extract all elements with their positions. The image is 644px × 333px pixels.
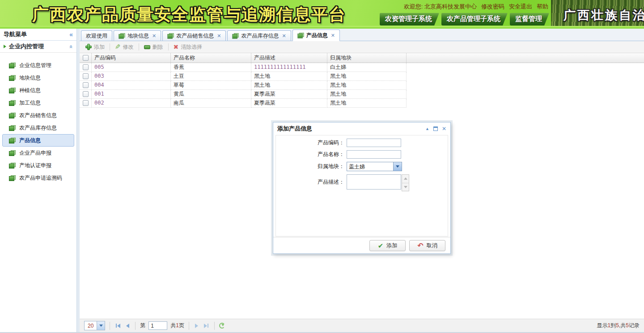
sidebar-item-sales-info[interactable]: 农产品销售信息 — [2, 109, 74, 122]
tab-plot-info[interactable]: 地块信息 — [114, 30, 161, 41]
grid-icon — [9, 163, 16, 169]
platform-title: 广西农产品质量安全监管与追溯信息平台 — [32, 4, 346, 26]
minimize-icon[interactable] — [425, 126, 429, 131]
grid-toolbar: 添加 修改 删除 清除选择 — [80, 41, 644, 53]
dialog-title: 添加产品信息 — [277, 125, 312, 133]
arrow-right-icon — [4, 45, 6, 48]
column-header-plot[interactable]: 归属地块 — [327, 53, 407, 63]
dialog-cancel-button[interactable]: 取消 — [409, 240, 445, 251]
table-row[interactable]: 001 黄瓜 夏季蔬菜 黑土地 — [80, 90, 644, 99]
cell-desc: 夏季蔬菜 — [251, 90, 327, 99]
help-link[interactable]: 帮助 — [537, 3, 548, 11]
sidebar-item-processing-info[interactable]: 加工信息 — [2, 97, 74, 109]
tab-stock-info[interactable]: 农产品库存信息 — [227, 30, 291, 41]
spinner-down-icon[interactable] — [402, 183, 409, 191]
table-row[interactable]: 003 土豆 黑土地 黑土地 — [80, 72, 644, 81]
subsystem-tab-agri-materials[interactable]: 农资管理子系统 — [380, 13, 439, 25]
sidebar-item-plot-info[interactable]: 地块信息 — [2, 72, 74, 84]
row-checkbox[interactable] — [83, 91, 89, 97]
section-collapse-icon[interactable] — [68, 45, 75, 48]
select-all-cell — [80, 53, 92, 63]
remove-icon — [144, 45, 150, 49]
product-name-input[interactable] — [347, 150, 401, 159]
row-checkbox[interactable] — [83, 82, 89, 88]
tab-welcome[interactable]: 欢迎使用 — [81, 30, 112, 41]
close-icon[interactable] — [152, 33, 156, 39]
grid-icon — [9, 175, 16, 181]
row-checkbox[interactable] — [83, 100, 89, 106]
close-icon[interactable] — [282, 33, 286, 39]
cell-desc: 1111111111111111 — [251, 63, 327, 72]
accordion-section-header[interactable]: 企业内控管理 — [0, 41, 76, 53]
subsystem-tab-agri-products[interactable]: 农产品管理子系统 — [441, 13, 508, 25]
table-row[interactable]: 002 南瓜 夏季蔬菜 黑土地 — [80, 99, 644, 108]
logout-link[interactable]: 安全退出 — [509, 3, 532, 11]
dialog-add-button[interactable]: 添加 — [369, 240, 406, 251]
cell-plot: 白土娣 — [327, 63, 407, 72]
edit-button[interactable]: 修改 — [112, 42, 137, 52]
dialog-header[interactable]: 添加产品信息 — [273, 122, 450, 135]
cell-plot: 黑土地 — [327, 81, 407, 90]
sidebar-item-planting-info[interactable]: 种植信息 — [2, 84, 74, 97]
toolbar-separator — [139, 43, 139, 51]
chevron-down-icon[interactable] — [393, 162, 402, 171]
sidebar-item-product-info[interactable]: 产品信息 — [2, 134, 74, 147]
prev-page-button[interactable] — [125, 322, 131, 329]
sidebar-item-company-info[interactable]: 企业信息管理 — [2, 59, 74, 72]
sidebar-item-stock-info[interactable]: 农产品库存信息 — [2, 122, 74, 134]
product-code-input[interactable] — [347, 139, 401, 147]
sidebar-item-origin-cert[interactable]: 产地认证申报 — [2, 159, 74, 172]
plot-select[interactable]: 盖土娣 — [347, 162, 402, 171]
product-desc-textarea[interactable] — [347, 174, 401, 190]
row-checkbox[interactable] — [83, 73, 89, 79]
subsystem-tab-supervision[interactable]: 监督管理 — [510, 13, 549, 25]
grid-icon — [9, 100, 16, 106]
close-icon[interactable] — [442, 126, 446, 132]
page-size-select[interactable]: 20 — [84, 321, 105, 330]
maximize-icon[interactable] — [433, 126, 438, 131]
grid-icon — [9, 113, 16, 118]
tab-sales-info[interactable]: 农产品销售信息 — [162, 30, 226, 41]
clear-selection-button[interactable]: 清除选择 — [170, 42, 206, 52]
cell-plot: 黑土地 — [327, 90, 407, 99]
product-code-label: 产品编码： — [276, 139, 347, 147]
product-name-label: 产品名称： — [276, 151, 347, 158]
cell-desc: 黑土地 — [251, 81, 327, 90]
page-label-prefix: 第 — [140, 322, 145, 329]
row-checkbox[interactable] — [83, 64, 89, 70]
select-all-checkbox[interactable] — [83, 55, 89, 61]
add-button[interactable]: 添加 — [82, 42, 108, 52]
sidebar-item-trace-code[interactable]: 农产品申请追溯码 — [2, 172, 74, 184]
first-page-button[interactable] — [114, 322, 122, 329]
pager-separator — [135, 322, 136, 330]
close-icon[interactable] — [217, 33, 221, 39]
grid-icon — [233, 33, 239, 38]
refresh-icon[interactable] — [219, 323, 225, 329]
table-row[interactable]: 005 香蕉 1111111111111111 白土娣 — [80, 63, 644, 72]
delete-button[interactable]: 删除 — [141, 42, 166, 52]
column-header-name[interactable]: 产品名称 — [171, 53, 251, 63]
next-page-button[interactable] — [194, 322, 199, 329]
pager-separator — [189, 322, 189, 330]
cell-name: 黄瓜 — [171, 90, 251, 99]
sidebar-collapse-icon[interactable] — [69, 31, 73, 38]
chevron-down-icon[interactable] — [97, 321, 105, 330]
page-number-input[interactable] — [148, 321, 167, 330]
sidebar-item-product-declare[interactable]: 企业产品申报 — [2, 147, 74, 159]
welcome-bar: 欢迎您: 北京高科技发展中心 修改密码 安全退出 帮助 — [404, 3, 548, 11]
undo-arrow-icon — [417, 242, 423, 249]
spinner-up-icon[interactable] — [402, 175, 409, 183]
change-password-link[interactable]: 修改密码 — [481, 3, 504, 11]
column-header-code[interactable]: 产品编码 — [92, 53, 171, 63]
welcome-text: 欢迎您: 北京高科技发展中心 — [404, 3, 477, 11]
cell-desc: 夏季蔬菜 — [251, 99, 327, 108]
tab-product-info[interactable]: 产品信息 — [292, 30, 340, 41]
dialog-body: 产品编码： 产品名称： 归属地块： 盖土娣 产品描述： — [275, 135, 448, 236]
close-icon[interactable] — [331, 33, 335, 38]
cell-name: 南瓜 — [171, 99, 251, 108]
column-header-desc[interactable]: 产品描述 — [251, 53, 327, 63]
sidebar-header: 导航菜单 — [0, 29, 76, 41]
table-row[interactable]: 004 草莓 黑土地 黑土地 — [80, 81, 644, 90]
cell-plot: 黑土地 — [327, 99, 407, 108]
last-page-button[interactable] — [203, 322, 210, 329]
